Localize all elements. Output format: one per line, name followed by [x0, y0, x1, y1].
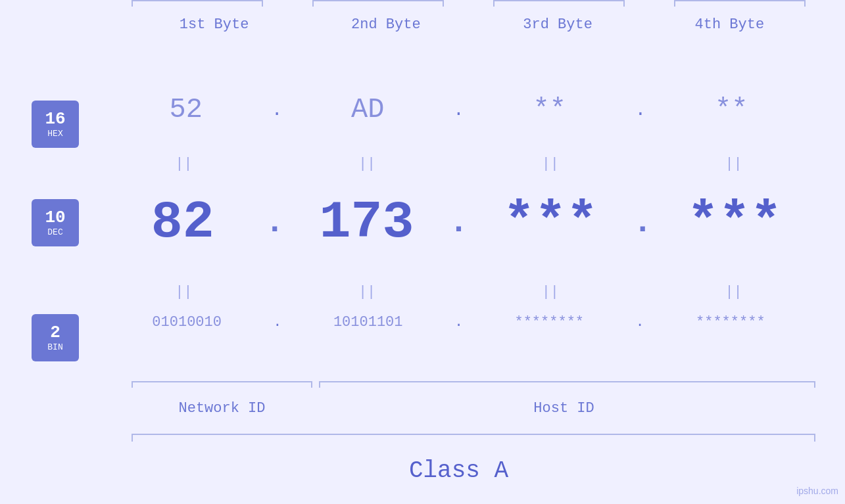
watermark: ipshu.com — [796, 486, 838, 496]
main-container: 1st Byte 2nd Byte 3rd Byte 4th Byte 16 H… — [0, 0, 845, 504]
bracket-top-1 — [132, 0, 263, 1]
bin-badge-lbl: BIN — [47, 342, 62, 352]
bin-dot3: . — [635, 314, 644, 331]
dec-byte2: 173 — [286, 193, 448, 252]
hex-badge: 16 HEX — [32, 101, 79, 148]
eq2-b3: || — [469, 284, 633, 300]
hex-byte4: ** — [647, 94, 815, 126]
dec-dot2: . — [448, 204, 468, 241]
class-label: Class A — [102, 457, 815, 484]
bin-row: 01010010 . 10101101 . ******** . *******… — [102, 314, 815, 331]
eq2-b4: || — [652, 284, 815, 300]
bin-byte3: ******** — [464, 314, 634, 331]
bin-byte1: 01010010 — [102, 314, 272, 331]
network-id-label: Network ID — [132, 400, 312, 417]
eq2-b1: || — [102, 284, 266, 300]
hex-badge-lbl: HEX — [47, 129, 62, 139]
dec-badge: 10 DEC — [32, 199, 79, 246]
dec-dot1: . — [265, 204, 285, 241]
col-header-1: 1st Byte — [128, 16, 300, 33]
bin-dot1: . — [273, 314, 281, 331]
eq1-b4: || — [652, 156, 815, 172]
dec-dot3: . — [633, 204, 652, 241]
dec-byte4: *** — [654, 193, 815, 252]
bin-byte2: 10101101 — [283, 314, 453, 331]
eq1-b1: || — [102, 156, 266, 172]
dec-byte1: 82 — [102, 193, 264, 252]
equals-row-2: || || || || — [102, 284, 815, 300]
eq2-b2: || — [285, 284, 449, 300]
bin-dot2: . — [454, 314, 463, 331]
hex-dot1: . — [272, 100, 283, 120]
col-header-2: 2nd Byte — [300, 16, 471, 33]
equals-row-1: || || || || — [102, 156, 815, 172]
dec-byte3: *** — [470, 193, 632, 252]
host-id-label: Host ID — [312, 400, 815, 417]
bottom-bracket — [132, 434, 815, 435]
hex-dot3: . — [635, 100, 646, 120]
eq1-b3: || — [469, 156, 633, 172]
hex-dot2: . — [453, 100, 464, 120]
hex-row: 52 . AD . ** . ** — [102, 94, 815, 126]
bracket-network-id — [132, 381, 312, 382]
bracket-top-3 — [493, 0, 625, 1]
column-headers: 1st Byte 2nd Byte 3rd Byte 4th Byte — [128, 16, 815, 33]
eq1-b2: || — [285, 156, 449, 172]
hex-badge-num: 16 — [45, 110, 65, 127]
hex-byte3: ** — [466, 94, 634, 126]
dec-row: 82 . 173 . *** . *** — [102, 193, 815, 252]
bracket-top-2 — [312, 0, 444, 1]
dec-badge-lbl: DEC — [47, 227, 62, 237]
bin-byte4: ******** — [646, 314, 815, 331]
bin-badge: 2 BIN — [32, 314, 79, 361]
dec-badge-num: 10 — [45, 209, 65, 226]
bracket-host-id — [319, 381, 815, 382]
bin-badge-num: 2 — [50, 324, 60, 341]
bracket-top-4 — [674, 0, 806, 1]
col-header-4: 4th Byte — [644, 16, 815, 33]
hex-byte1: 52 — [102, 94, 270, 126]
col-header-3: 3rd Byte — [472, 16, 644, 33]
hex-byte2: AD — [283, 94, 452, 126]
